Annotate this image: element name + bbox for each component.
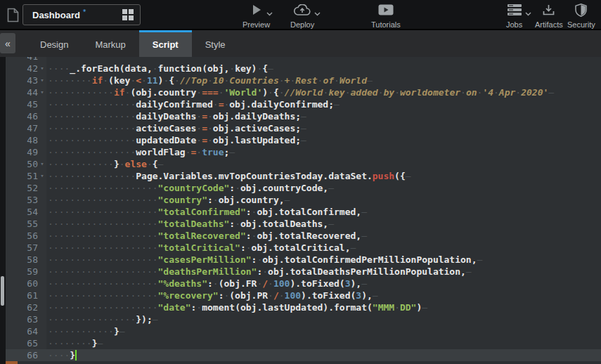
- preview-button[interactable]: Preview: [243, 4, 270, 29]
- line-number: 43: [6, 74, 38, 86]
- code-line-55[interactable]: 55····················"totalDeaths":·obj…: [6, 218, 601, 230]
- code-text[interactable]: ····_.forEach(data,·function(obj,·key)·{…: [46, 63, 273, 74]
- fold-arrow-icon[interactable]: ▾: [38, 63, 46, 74]
- code-text[interactable]: ····················"deathsPerMillion":·…: [46, 266, 472, 278]
- code-text[interactable]: ········}–: [46, 337, 103, 349]
- code-text[interactable]: ············}–: [46, 325, 125, 337]
- code-text[interactable]: ····················"totalRecovered":·ob…: [46, 230, 367, 242]
- tab-script[interactable]: Script: [139, 30, 192, 57]
- code-line-64[interactable]: 64············}–: [6, 325, 601, 337]
- left-scrollbar-thumb[interactable]: [1, 276, 4, 306]
- tab-design[interactable]: Design: [27, 30, 82, 57]
- code-line-44[interactable]: 44▾············if·(obj.country·===·'Worl…: [6, 86, 601, 98]
- code-text[interactable]: ····················"totalCritical":·obj…: [46, 242, 356, 254]
- gutter: 51▾: [6, 170, 46, 182]
- fold-arrow-icon[interactable]: ▾: [38, 158, 46, 170]
- code-text[interactable]: [46, 57, 48, 63]
- code-line-63[interactable]: 63················});–: [6, 313, 601, 325]
- eol-mark: –: [119, 326, 125, 337]
- code-text[interactable]: ················updatedDate·=·obj.lastUp…: [46, 134, 306, 146]
- code-line-48[interactable]: 48················updatedDate·=·obj.last…: [6, 134, 601, 146]
- code-line-52[interactable]: 52····················"countryCode":·obj…: [6, 182, 601, 194]
- eol-mark: –: [477, 254, 483, 265]
- gutter: 61: [6, 290, 46, 301]
- fold-spacer: [38, 278, 46, 290]
- code-line-65[interactable]: 65········}–: [6, 337, 601, 349]
- code-text[interactable]: ····················"country":·obj.count…: [46, 194, 290, 206]
- download-icon: [543, 4, 555, 19]
- deploy-button[interactable]: Deploy: [290, 4, 314, 29]
- code-line-41[interactable]: 41: [6, 57, 601, 63]
- code-text[interactable]: ············if·(obj.country·===·'World')…: [46, 86, 554, 98]
- gutter: 49: [6, 146, 46, 158]
- fold-spacer: [38, 98, 46, 110]
- fold-spacer: [38, 110, 46, 122]
- code-line-60[interactable]: 60····················"%deaths":·(obj.FR…: [6, 278, 601, 290]
- code-text[interactable]: ····················"casesPerMillion":·o…: [46, 254, 482, 266]
- code-line-66[interactable]: 66····}: [6, 349, 601, 361]
- code-line-51[interactable]: 51▾················Page.Variables.mvTopC…: [6, 170, 601, 182]
- tutorials-button[interactable]: Tutorials: [371, 4, 401, 29]
- fold-spacer: [38, 266, 46, 278]
- line-number: 54: [6, 206, 38, 218]
- eol-mark: –: [268, 63, 273, 74]
- code-text[interactable]: ····················"totalConfirmed":·ob…: [46, 206, 367, 218]
- code-text[interactable]: ····················"countryCode":·obj.c…: [46, 182, 334, 194]
- code-line-57[interactable]: 57····················"totalCritical":·o…: [6, 242, 601, 254]
- fold-arrow-icon[interactable]: ▾: [38, 86, 46, 98]
- fold-arrow-icon[interactable]: ▾: [38, 170, 46, 182]
- code-text[interactable]: ················dailyDeaths·=·obj.dailyD…: [46, 110, 306, 122]
- chevron-down-icon[interactable]: [266, 6, 273, 19]
- line-number: 51: [6, 170, 38, 182]
- code-text[interactable]: ················activeCases·=·obj.active…: [46, 122, 306, 134]
- code-line-53[interactable]: 53····················"country":·obj.cou…: [6, 194, 601, 206]
- fold-spacer: [38, 230, 46, 242]
- artifacts-button[interactable]: Artifacts: [535, 4, 563, 29]
- code-text[interactable]: ················Page.Variables.mvTopCoun…: [46, 170, 411, 182]
- page-tab-dashboard[interactable]: Dashboard *: [22, 4, 141, 25]
- fold-spacer: [38, 349, 46, 361]
- code-line-43[interactable]: 43▾········if·(key·<·11)·{·//Top·10·Coun…: [6, 74, 601, 86]
- code-text[interactable]: ····}: [46, 349, 77, 361]
- file-icon[interactable]: [4, 5, 22, 25]
- code-text[interactable]: ····················"date":·moment(obj.l…: [46, 301, 427, 313]
- line-number: 66: [6, 349, 38, 361]
- code-line-46[interactable]: 46················dailyDeaths·=·obj.dail…: [6, 110, 601, 122]
- code-text[interactable]: ················});–: [46, 313, 158, 325]
- code-text[interactable]: ················dailyConfirmed·=·obj.dai…: [46, 98, 340, 110]
- chevron-down-icon[interactable]: [314, 6, 321, 19]
- code-text[interactable]: ················worldFlag·=·true;–: [46, 146, 235, 158]
- eol-mark: –: [351, 242, 356, 253]
- code-line-62[interactable]: 62····················"date":·moment(obj…: [6, 301, 601, 313]
- eol-mark: –: [97, 338, 103, 349]
- eol-mark: –: [406, 171, 411, 181]
- jobs-button[interactable]: Jobs: [506, 4, 522, 29]
- code-line-49[interactable]: 49················worldFlag·=·true;–: [6, 146, 601, 158]
- code-line-54[interactable]: 54····················"totalConfirmed":·…: [6, 206, 601, 218]
- security-button[interactable]: Security: [567, 4, 595, 29]
- code-line-45[interactable]: 45················dailyConfirmed·=·obj.d…: [6, 98, 601, 110]
- chevron-down-icon[interactable]: [525, 6, 531, 19]
- tab-markup[interactable]: Markup: [82, 30, 138, 57]
- line-number: 44: [6, 86, 38, 98]
- code-text[interactable]: ········if·(key·<·11)·{·//Top·10·Countri…: [46, 74, 373, 86]
- code-line-59[interactable]: 59····················"deathsPerMillion"…: [6, 266, 601, 278]
- pages-grid-icon[interactable]: [122, 9, 134, 20]
- collapse-panel-button[interactable]: «: [0, 33, 15, 53]
- code-line-58[interactable]: 58····················"casesPerMillion":…: [6, 254, 601, 266]
- code-line-47[interactable]: 47················activeCases·=·obj.acti…: [6, 122, 601, 134]
- fold-arrow-icon[interactable]: ▾: [38, 74, 46, 86]
- code-line-61[interactable]: 61····················"%recovery":·(obj.…: [6, 290, 601, 301]
- fold-spacer: [38, 146, 46, 158]
- eol-mark: –: [301, 123, 306, 134]
- script-editor[interactable]: 4142▾····_.forEach(data,·function(obj,·k…: [0, 57, 601, 364]
- code-line-56[interactable]: 56····················"totalRecovered":·…: [6, 230, 601, 242]
- code-text[interactable]: ····················"totalDeaths":·obj.t…: [46, 218, 334, 230]
- gutter: 58: [6, 254, 46, 266]
- tab-style[interactable]: Style: [192, 30, 239, 57]
- code-text[interactable]: ····················"%recovery":·(obj.PR…: [46, 290, 378, 301]
- code-line-50[interactable]: 50▾············}·else·{–: [6, 158, 601, 170]
- code-text[interactable]: ····················"%deaths":·(obj.FR·/…: [46, 278, 367, 290]
- code-line-42[interactable]: 42▾····_.forEach(data,·function(obj,·key…: [6, 63, 601, 74]
- code-text[interactable]: ············}·else·{–: [46, 158, 163, 170]
